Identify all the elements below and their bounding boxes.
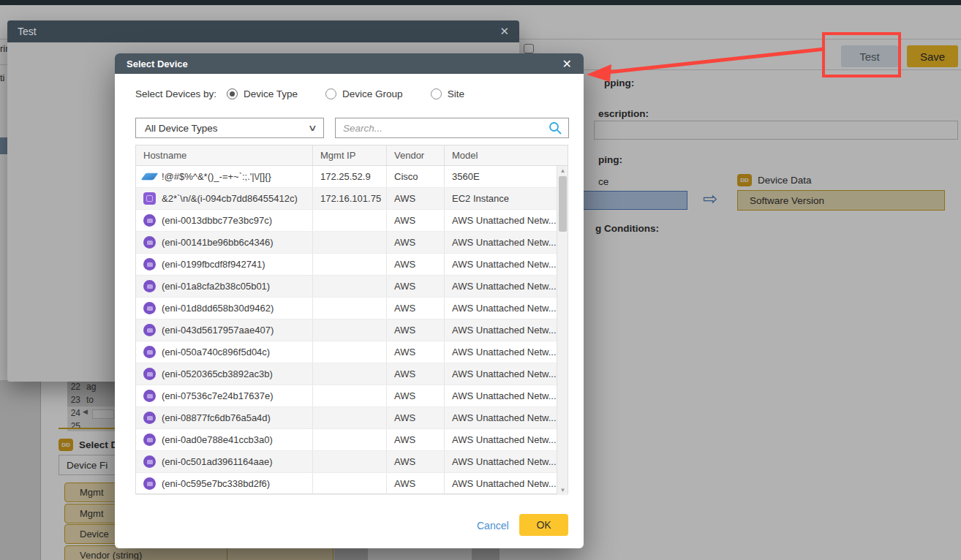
close-icon[interactable]: ✕ <box>500 25 509 38</box>
table-row[interactable]: (eni-00141be96bb6c4346)AWSAWS Unattached… <box>136 232 558 254</box>
cell-hostname-text: (eni-0c595e7bc338bd2f6) <box>162 478 270 489</box>
cell-model-text: AWS Unattached Netw... <box>452 215 557 226</box>
radio-device-type[interactable]: Device Type <box>227 88 298 99</box>
table-row[interactable]: (eni-050a740c896f5d04c)AWSAWS Unattached… <box>136 341 558 363</box>
radio-label: Device Group <box>342 88 403 99</box>
eni-device-icon <box>143 302 156 314</box>
cell-mgmt-ip <box>313 298 387 319</box>
radio-site[interactable]: Site <box>431 88 464 99</box>
cell-hostname-text: (eni-00141be96bb6c4346) <box>162 237 274 248</box>
table-row[interactable]: (eni-01a8cfa2b38c05b01)AWSAWS Unattached… <box>136 276 558 298</box>
cell-mgmt-ip <box>313 429 387 450</box>
cell-vendor-text: AWS <box>394 237 415 248</box>
ok-button[interactable]: OK <box>519 514 568 536</box>
cell-model: AWS Unattached Netw... <box>445 276 558 297</box>
cell-mgmt-ip <box>313 473 387 494</box>
radio-icon[interactable] <box>325 88 336 99</box>
cell-hostname: (eni-0ad0e788e41ccb3a0) <box>136 429 313 450</box>
table-row[interactable]: (eni-0c595e7bc338bd2f6)AWSAWS Unattached… <box>136 473 558 495</box>
cell-hostname-text: &2*`\n/&(i-094cb7dd86455412c) <box>162 193 298 204</box>
cell-hostname-text: (eni-0ad0e788e41ccb3a0) <box>162 434 273 445</box>
cancel-button[interactable]: Cancel <box>477 520 509 531</box>
cell-hostname-text: !@#$%^&*()_-=+~`:;.'|\/[]{} <box>162 171 271 182</box>
radio-icon[interactable] <box>227 88 238 99</box>
cell-model: 3560E <box>445 166 558 187</box>
switch-device-icon <box>141 173 159 180</box>
cell-model-text: AWS Unattached Netw... <box>452 303 557 314</box>
scrollbar-thumb[interactable] <box>559 176 567 232</box>
col-mgmt-ip[interactable]: Mgmt IP <box>313 145 387 165</box>
cell-vendor: AWS <box>387 276 445 297</box>
cell-vendor-text: AWS <box>394 215 415 226</box>
cell-mgmt-ip <box>313 385 387 406</box>
dropdown-value: All Device Types <box>145 123 218 134</box>
eni-device-icon <box>143 324 156 336</box>
test-dialog-header[interactable]: Test ✕ <box>7 20 519 42</box>
scroll-down-icon[interactable]: ▼ <box>557 487 568 493</box>
cell-mgmt-ip: 172.25.52.9 <box>313 166 387 187</box>
cell-hostname: (eni-00141be96bb6c4346) <box>136 232 313 253</box>
radio-icon[interactable] <box>431 88 442 99</box>
cell-vendor-text: AWS <box>394 456 415 467</box>
cell-vendor: AWS <box>387 232 445 253</box>
cell-hostname: (eni-01d8dd658b30d9462) <box>136 298 313 319</box>
device-table: Hostname Mgmt IP Vendor Model !@#$%^&*()… <box>135 145 568 494</box>
cell-mgmt-ip-text: 172.25.52.9 <box>320 171 371 182</box>
cell-model-text: AWS Unattached Netw... <box>452 478 557 489</box>
select-device-dialog: Select Device ✕ Select Devices by: Devic… <box>115 53 584 548</box>
search-icon[interactable] <box>548 121 562 135</box>
device-type-dropdown[interactable]: All Device Types ∨ <box>135 118 324 138</box>
radio-label: Device Type <box>244 88 298 99</box>
cell-vendor: AWS <box>387 188 445 209</box>
cell-hostname: (eni-0c595e7bc338bd2f6) <box>136 473 313 494</box>
col-hostname[interactable]: Hostname <box>136 145 313 165</box>
cell-hostname-text: (eni-0c501ad3961164aae) <box>162 456 273 467</box>
table-row[interactable]: (eni-0199fbcdf8f942741)AWSAWS Unattached… <box>136 254 558 276</box>
radio-device-group[interactable]: Device Group <box>325 88 403 99</box>
table-row[interactable]: &2*`\n/&(i-094cb7dd86455412c)172.16.101.… <box>136 188 558 210</box>
table-row[interactable]: (eni-0013dbbc77e3bc97c)AWSAWS Unattached… <box>136 210 558 232</box>
col-vendor[interactable]: Vendor <box>387 145 445 165</box>
filter-label: Select Devices by: <box>135 88 216 99</box>
cell-model-text: AWS Unattached Netw... <box>452 281 557 292</box>
test-dialog-title: Test <box>18 26 37 37</box>
cell-mgmt-ip <box>313 363 387 385</box>
scroll-up-icon[interactable]: ▲ <box>557 167 568 174</box>
cell-vendor-text: AWS <box>394 434 415 445</box>
table-row[interactable]: (eni-0520365cb3892ac3b)AWSAWS Unattached… <box>136 363 558 385</box>
eni-device-icon <box>143 368 156 380</box>
cell-hostname-text: (eni-0520365cb3892ac3b) <box>162 368 273 379</box>
cell-model: AWS Unattached Netw... <box>445 363 558 385</box>
cell-vendor-text: AWS <box>394 281 415 292</box>
cell-vendor-text: AWS <box>394 303 415 314</box>
modal-footer: Cancel OK <box>115 508 584 548</box>
close-icon[interactable]: ✕ <box>562 57 572 71</box>
eni-device-icon <box>143 477 156 490</box>
table-row[interactable]: (eni-08877fc6db76a5a4d)AWSAWS Unattached… <box>136 407 558 429</box>
cell-hostname: !@#$%^&*()_-=+~`:;.'|\/[]{} <box>136 166 313 187</box>
cell-vendor: AWS <box>387 473 445 494</box>
cell-hostname-text: (eni-043d5617957aae407) <box>162 325 274 336</box>
cell-hostname: (eni-0199fbcdf8f942741) <box>136 254 313 275</box>
cell-vendor-text: AWS <box>394 347 415 357</box>
table-row[interactable]: (eni-0ad0e788e41ccb3a0)AWSAWS Unattached… <box>136 429 558 451</box>
select-device-header[interactable]: Select Device ✕ <box>115 53 584 74</box>
table-row[interactable]: (eni-01d8dd658b30d9462)AWSAWS Unattached… <box>136 298 558 319</box>
cell-hostname: (eni-043d5617957aae407) <box>136 319 313 341</box>
cell-vendor-text: AWS <box>394 478 415 489</box>
cell-vendor-text: Cisco <box>394 171 418 182</box>
cell-model: AWS Unattached Netw... <box>445 451 558 472</box>
table-row[interactable]: (eni-0c501ad3961164aae)AWSAWS Unattached… <box>136 451 558 473</box>
col-model[interactable]: Model <box>445 145 558 165</box>
cell-vendor-text: AWS <box>394 259 415 270</box>
search-input[interactable] <box>336 119 548 137</box>
eni-device-icon <box>143 412 156 424</box>
cell-hostname-text: (eni-08877fc6db76a5a4d) <box>162 412 271 423</box>
table-row[interactable]: (eni-07536c7e24b17637e)AWSAWS Unattached… <box>136 385 558 407</box>
table-row[interactable]: !@#$%^&*()_-=+~`:;.'|\/[]{}172.25.52.9Ci… <box>136 166 558 188</box>
ec2-device-icon <box>143 192 156 205</box>
annotation-arrow <box>584 40 836 84</box>
vertical-scrollbar[interactable]: ▲ ▼ <box>557 166 568 495</box>
table-row[interactable]: (eni-043d5617957aae407)AWSAWS Unattached… <box>136 319 558 341</box>
chevron-down-icon: ∨ <box>308 123 317 133</box>
